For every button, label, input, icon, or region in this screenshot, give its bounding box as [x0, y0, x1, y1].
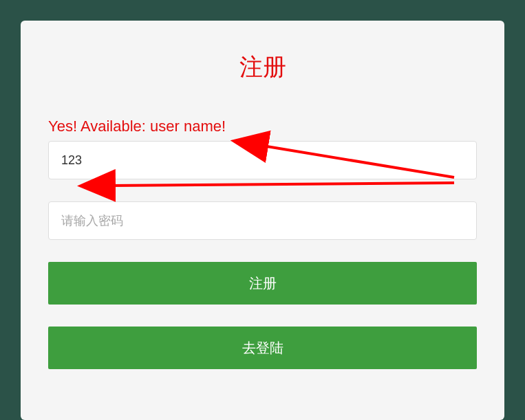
go-login-button[interactable]: 去登陆 — [48, 327, 477, 369]
username-validation-message: Yes! Available: user name! — [48, 118, 477, 135]
register-panel: 注册 Yes! Available: user name! 注册 去登陆 — [21, 21, 504, 420]
username-input[interactable] — [48, 141, 477, 179]
register-button[interactable]: 注册 — [48, 262, 477, 305]
page-title: 注册 — [48, 52, 477, 83]
password-input[interactable] — [48, 201, 477, 240]
